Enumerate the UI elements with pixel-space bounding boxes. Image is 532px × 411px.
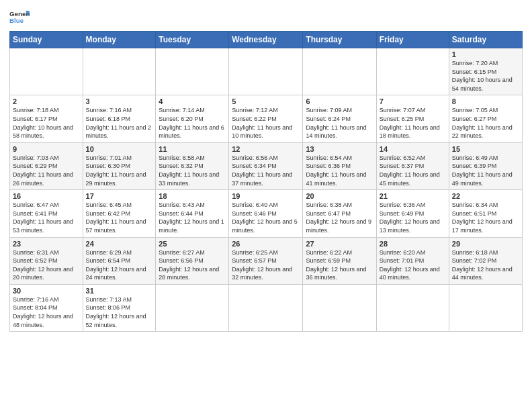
- day-info: Sunrise: 6:38 AM Sunset: 6:47 PM Dayligh…: [306, 201, 373, 234]
- calendar-day-cell: 13Sunrise: 6:54 AM Sunset: 6:36 PM Dayli…: [303, 142, 376, 189]
- day-number: 28: [380, 240, 446, 248]
- calendar-day-cell: [303, 284, 376, 331]
- calendar-day-cell: 14Sunrise: 6:52 AM Sunset: 6:37 PM Dayli…: [376, 142, 449, 189]
- calendar-day-cell: 17Sunrise: 6:45 AM Sunset: 6:42 PM Dayli…: [83, 190, 156, 237]
- calendar-day-cell: [303, 48, 376, 95]
- day-number: 3: [86, 97, 153, 105]
- page-header: General Blue: [9, 7, 523, 27]
- day-info: Sunrise: 7:01 AM Sunset: 6:30 PM Dayligh…: [86, 154, 153, 187]
- weekday-header-sunday: Sunday: [10, 32, 83, 48]
- day-number: 15: [452, 145, 519, 153]
- calendar-day-cell: 8Sunrise: 7:05 AM Sunset: 6:27 PM Daylig…: [449, 95, 522, 142]
- day-number: 19: [232, 192, 300, 200]
- day-info: Sunrise: 6:25 AM Sunset: 6:57 PM Dayligh…: [232, 248, 300, 282]
- calendar-day-cell: [449, 284, 522, 331]
- day-info: Sunrise: 6:52 AM Sunset: 6:37 PM Dayligh…: [380, 154, 446, 187]
- weekday-header-wednesday: Wednesday: [229, 32, 303, 48]
- logo: General Blue: [9, 7, 30, 27]
- calendar-day-cell: 12Sunrise: 6:56 AM Sunset: 6:34 PM Dayli…: [229, 142, 303, 189]
- day-number: 23: [13, 240, 80, 248]
- weekday-header-monday: Monday: [83, 32, 156, 48]
- calendar-day-cell: 31Sunrise: 7:13 AM Sunset: 8:06 PM Dayli…: [83, 284, 156, 331]
- calendar-day-cell: 18Sunrise: 6:43 AM Sunset: 6:44 PM Dayli…: [156, 190, 229, 237]
- calendar-day-cell: 29Sunrise: 6:18 AM Sunset: 7:02 PM Dayli…: [449, 237, 522, 284]
- calendar-day-cell: 3Sunrise: 7:16 AM Sunset: 6:18 PM Daylig…: [83, 95, 156, 142]
- generalblue-logo-icon: General Blue: [9, 7, 30, 27]
- day-info: Sunrise: 7:12 AM Sunset: 6:22 PM Dayligh…: [232, 106, 300, 140]
- calendar-day-cell: 10Sunrise: 7:01 AM Sunset: 6:30 PM Dayli…: [83, 142, 156, 189]
- day-number: 13: [306, 145, 373, 153]
- day-number: 8: [452, 97, 519, 105]
- calendar-day-cell: [156, 284, 229, 331]
- day-info: Sunrise: 7:18 AM Sunset: 6:17 PM Dayligh…: [13, 106, 80, 140]
- calendar-day-cell: 25Sunrise: 6:27 AM Sunset: 6:56 PM Dayli…: [156, 237, 229, 284]
- calendar-day-cell: 6Sunrise: 7:09 AM Sunset: 6:24 PM Daylig…: [303, 95, 376, 142]
- day-number: 11: [159, 145, 226, 153]
- calendar-day-cell: 1Sunrise: 7:20 AM Sunset: 6:15 PM Daylig…: [449, 48, 522, 95]
- day-number: 22: [452, 192, 519, 200]
- weekday-header-thursday: Thursday: [303, 32, 376, 48]
- day-info: Sunrise: 6:18 AM Sunset: 7:02 PM Dayligh…: [452, 248, 519, 282]
- day-number: 12: [232, 145, 300, 153]
- day-info: Sunrise: 7:20 AM Sunset: 6:15 PM Dayligh…: [452, 59, 519, 93]
- calendar-week-row: 23Sunrise: 6:31 AM Sunset: 6:52 PM Dayli…: [10, 237, 523, 284]
- day-info: Sunrise: 6:49 AM Sunset: 6:39 PM Dayligh…: [452, 154, 519, 187]
- day-number: 24: [86, 240, 153, 248]
- calendar-day-cell: 19Sunrise: 6:40 AM Sunset: 6:46 PM Dayli…: [229, 190, 303, 237]
- calendar-week-row: 16Sunrise: 6:47 AM Sunset: 6:41 PM Dayli…: [10, 190, 523, 237]
- calendar-day-cell: 27Sunrise: 6:22 AM Sunset: 6:59 PM Dayli…: [303, 237, 376, 284]
- day-number: 14: [380, 145, 446, 153]
- calendar-day-cell: 23Sunrise: 6:31 AM Sunset: 6:52 PM Dayli…: [10, 237, 83, 284]
- day-info: Sunrise: 6:58 AM Sunset: 6:32 PM Dayligh…: [159, 154, 226, 187]
- calendar-day-cell: 16Sunrise: 6:47 AM Sunset: 6:41 PM Dayli…: [10, 190, 83, 237]
- day-number: 26: [232, 240, 300, 248]
- day-info: Sunrise: 6:20 AM Sunset: 7:01 PM Dayligh…: [380, 248, 446, 282]
- day-number: 4: [159, 97, 226, 105]
- day-info: Sunrise: 6:56 AM Sunset: 6:34 PM Dayligh…: [232, 154, 300, 187]
- calendar-day-cell: 2Sunrise: 7:18 AM Sunset: 6:17 PM Daylig…: [10, 95, 83, 142]
- calendar-day-cell: [156, 48, 229, 95]
- day-number: 16: [13, 192, 80, 200]
- calendar-day-cell: 24Sunrise: 6:29 AM Sunset: 6:54 PM Dayli…: [83, 237, 156, 284]
- day-number: 9: [13, 145, 80, 153]
- day-info: Sunrise: 7:07 AM Sunset: 6:25 PM Dayligh…: [380, 106, 446, 140]
- calendar-day-cell: 9Sunrise: 7:03 AM Sunset: 6:29 PM Daylig…: [10, 142, 83, 189]
- day-info: Sunrise: 6:34 AM Sunset: 6:51 PM Dayligh…: [452, 201, 519, 234]
- calendar-page: General Blue SundayMondayTuesdayWednesda…: [0, 0, 532, 337]
- calendar-week-row: 1Sunrise: 7:20 AM Sunset: 6:15 PM Daylig…: [10, 48, 523, 95]
- calendar-day-cell: 22Sunrise: 6:34 AM Sunset: 6:51 PM Dayli…: [449, 190, 522, 237]
- day-number: 30: [13, 287, 80, 295]
- weekday-header-row: SundayMondayTuesdayWednesdayThursdayFrid…: [10, 32, 523, 48]
- calendar-day-cell: 28Sunrise: 6:20 AM Sunset: 7:01 PM Dayli…: [376, 237, 449, 284]
- day-number: 10: [86, 145, 153, 153]
- calendar-day-cell: 4Sunrise: 7:14 AM Sunset: 6:20 PM Daylig…: [156, 95, 229, 142]
- day-info: Sunrise: 6:54 AM Sunset: 6:36 PM Dayligh…: [306, 154, 373, 187]
- day-info: Sunrise: 7:13 AM Sunset: 8:06 PM Dayligh…: [86, 295, 153, 329]
- day-info: Sunrise: 6:27 AM Sunset: 6:56 PM Dayligh…: [159, 248, 226, 282]
- svg-text:Blue: Blue: [9, 17, 24, 24]
- day-info: Sunrise: 7:09 AM Sunset: 6:24 PM Dayligh…: [306, 106, 373, 140]
- day-number: 17: [86, 192, 153, 200]
- day-info: Sunrise: 6:29 AM Sunset: 6:54 PM Dayligh…: [86, 248, 153, 282]
- calendar-day-cell: [10, 48, 83, 95]
- day-info: Sunrise: 7:16 AM Sunset: 6:18 PM Dayligh…: [86, 106, 153, 140]
- calendar-day-cell: [229, 284, 303, 331]
- weekday-header-saturday: Saturday: [449, 32, 522, 48]
- calendar-day-cell: 7Sunrise: 7:07 AM Sunset: 6:25 PM Daylig…: [376, 95, 449, 142]
- day-number: 1: [452, 50, 519, 58]
- calendar-day-cell: 11Sunrise: 6:58 AM Sunset: 6:32 PM Dayli…: [156, 142, 229, 189]
- calendar-day-cell: 21Sunrise: 6:36 AM Sunset: 6:49 PM Dayli…: [376, 190, 449, 237]
- day-info: Sunrise: 6:22 AM Sunset: 6:59 PM Dayligh…: [306, 248, 373, 282]
- calendar-day-cell: 15Sunrise: 6:49 AM Sunset: 6:39 PM Dayli…: [449, 142, 522, 189]
- calendar-day-cell: [229, 48, 303, 95]
- calendar-week-row: 30Sunrise: 7:16 AM Sunset: 8:04 PM Dayli…: [10, 284, 523, 331]
- day-info: Sunrise: 6:40 AM Sunset: 6:46 PM Dayligh…: [232, 201, 300, 234]
- calendar-table: SundayMondayTuesdayWednesdayThursdayFrid…: [9, 31, 523, 332]
- day-number: 21: [380, 192, 446, 200]
- day-info: Sunrise: 6:36 AM Sunset: 6:49 PM Dayligh…: [380, 201, 446, 234]
- day-number: 31: [86, 287, 153, 295]
- day-number: 2: [13, 97, 80, 105]
- weekday-header-friday: Friday: [376, 32, 449, 48]
- day-info: Sunrise: 6:47 AM Sunset: 6:41 PM Dayligh…: [13, 201, 80, 234]
- day-info: Sunrise: 7:03 AM Sunset: 6:29 PM Dayligh…: [13, 154, 80, 187]
